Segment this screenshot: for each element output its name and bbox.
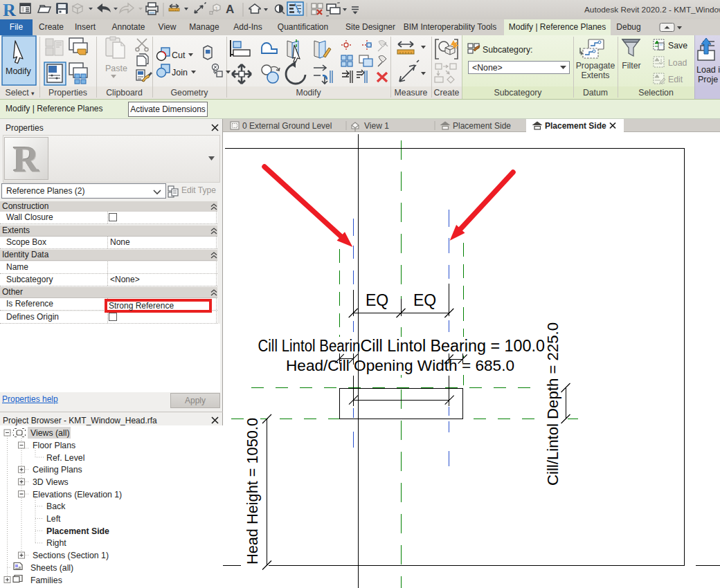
svg-text:Cill Lintol Bearing = 100.0: Cill Lintol Bearing = 100.0: [360, 337, 545, 355]
svg-text:Right: Right: [46, 538, 66, 548]
svg-text:Families: Families: [30, 576, 62, 585]
svg-text:R: R: [3, 0, 16, 19]
svg-text:Save: Save: [668, 41, 687, 50]
svg-text:Paste: Paste: [105, 64, 127, 73]
svg-text:Views (all): Views (all): [30, 428, 70, 438]
svg-text:Ceiling Plans: Ceiling Plans: [33, 465, 82, 475]
svg-text:EQ: EQ: [366, 291, 388, 309]
svg-text:1: 1: [215, 6, 219, 12]
svg-text:Proje: Proje: [698, 75, 718, 84]
svg-text:Cut: Cut: [172, 50, 186, 60]
svg-text:Back: Back: [46, 502, 66, 511]
svg-text:Edit: Edit: [668, 75, 683, 84]
svg-text:Floor Plans: Floor Plans: [33, 441, 75, 450]
svg-text:Sections (Section 1): Sections (Section 1): [33, 551, 109, 560]
svg-text:Head/Cill Opening Width = 685.: Head/Cill Opening Width = 685.0: [286, 357, 514, 374]
svg-text:<None>: <None>: [472, 63, 503, 73]
svg-text:Placement Side: Placement Side: [46, 526, 109, 536]
svg-text:Autodesk Revit 2020.2 - KMT_Wi: Autodesk Revit 2020.2 - KMT_Window_Head: [584, 5, 720, 15]
svg-text:Modify: Modify: [6, 66, 32, 76]
svg-text:Load: Load: [668, 58, 687, 68]
svg-text:Cill/Lintol Depth = 225.0: Cill/Lintol Depth = 225.0: [544, 322, 561, 486]
svg-text:Load i: Load i: [696, 65, 720, 75]
svg-text:Left: Left: [46, 514, 61, 524]
svg-text:Placement Side: Placement Side: [545, 121, 606, 131]
svg-text:0 External Ground Level: 0 External Ground Level: [242, 121, 332, 131]
svg-text:Cill Lintol Bearin: Cill Lintol Bearin: [258, 337, 361, 355]
svg-text:Ref. Level: Ref. Level: [46, 453, 84, 463]
svg-text:Subcategory:: Subcategory:: [483, 45, 532, 55]
svg-text:Elevations (Elevation 1): Elevations (Elevation 1): [33, 490, 122, 499]
svg-text:Sheets (all): Sheets (all): [30, 563, 73, 573]
svg-text:3D Views: 3D Views: [33, 477, 69, 487]
svg-text:Placement Side: Placement Side: [453, 121, 511, 131]
svg-text:A: A: [226, 3, 234, 16]
svg-text:Head Height = 1050.0: Head Height = 1050.0: [244, 418, 261, 564]
svg-text:EQ: EQ: [413, 291, 436, 309]
svg-text:Join: Join: [172, 68, 188, 77]
svg-text:View 1: View 1: [364, 121, 389, 131]
